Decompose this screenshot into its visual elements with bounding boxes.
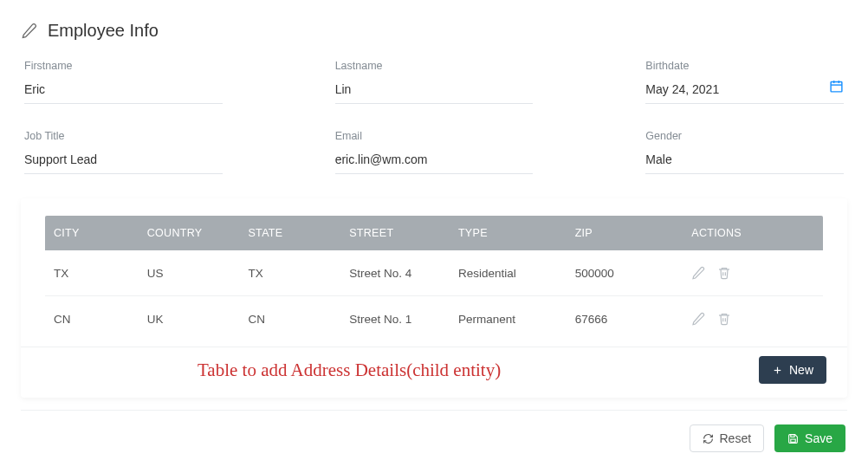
birthdate-field: Birthdate: [645, 60, 844, 104]
cell-street: Street No. 4: [340, 250, 450, 296]
th-state[interactable]: STATE: [239, 216, 340, 250]
email-input[interactable]: [335, 151, 534, 168]
edit-icon: [21, 23, 37, 39]
save-icon: [787, 433, 799, 444]
new-button-label: New: [789, 363, 813, 377]
employee-form: Firstname Lastname Birthdate: [21, 60, 847, 174]
svg-rect-0: [831, 82, 842, 92]
firstname-label: Firstname: [24, 60, 223, 72]
cell-zip: 67666: [567, 296, 683, 342]
reset-button-label: Reset: [720, 431, 752, 445]
table-annotation: Table to add Address Details(child entit…: [198, 360, 759, 381]
row-delete-icon[interactable]: [717, 312, 731, 326]
lastname-input[interactable]: [335, 81, 534, 98]
cell-type: Permanent: [450, 296, 567, 342]
jobtitle-input[interactable]: [24, 151, 223, 168]
cell-city: TX: [45, 250, 139, 296]
gender-input[interactable]: [645, 151, 844, 168]
jobtitle-label: Job Title: [24, 130, 223, 142]
save-button-label: Save: [805, 431, 832, 445]
row-delete-icon[interactable]: [717, 266, 731, 280]
cell-street: Street No. 1: [340, 296, 450, 342]
th-zip[interactable]: ZIP: [567, 216, 683, 250]
cell-city: CN: [45, 296, 139, 342]
firstname-field: Firstname: [24, 60, 223, 104]
cell-zip: 500000: [567, 250, 683, 296]
th-type[interactable]: TYPE: [450, 216, 567, 250]
birthdate-input[interactable]: [645, 81, 844, 98]
plus-icon: [772, 365, 783, 376]
address-table: CITY COUNTRY STATE STREET TYPE ZIP ACTIO…: [45, 216, 823, 341]
th-actions: ACTIONS: [683, 216, 823, 250]
cell-type: Residential: [450, 250, 567, 296]
lastname-label: Lastname: [335, 60, 534, 72]
th-country[interactable]: COUNTRY: [139, 216, 240, 250]
new-button[interactable]: New: [759, 356, 826, 384]
gender-label: Gender: [645, 130, 844, 142]
page-title: Employee Info: [48, 21, 159, 41]
email-label: Email: [335, 130, 534, 142]
cell-state: TX: [239, 250, 340, 296]
firstname-input[interactable]: [24, 81, 223, 98]
birthdate-label: Birthdate: [645, 60, 844, 72]
row-edit-icon[interactable]: [691, 312, 705, 326]
cell-country: US: [139, 250, 240, 296]
th-street[interactable]: STREET: [340, 216, 450, 250]
svg-rect-10: [791, 439, 795, 442]
save-button[interactable]: Save: [774, 424, 845, 452]
th-city[interactable]: CITY: [45, 216, 139, 250]
table-row: TX US TX Street No. 4 Residential 500000: [45, 250, 823, 296]
row-edit-icon[interactable]: [691, 266, 705, 280]
gender-field: Gender: [645, 130, 844, 174]
email-field: Email: [335, 130, 534, 174]
refresh-icon: [703, 433, 714, 444]
address-table-card: CITY COUNTRY STATE STREET TYPE ZIP ACTIO…: [21, 198, 847, 398]
jobtitle-field: Job Title: [24, 130, 223, 174]
cell-country: UK: [139, 296, 240, 342]
cell-state: CN: [239, 296, 340, 342]
footer-actions: Reset Save: [21, 410, 847, 454]
svg-rect-11: [791, 434, 794, 437]
reset-button[interactable]: Reset: [690, 424, 765, 452]
page-header: Employee Info: [21, 21, 847, 41]
lastname-field: Lastname: [335, 60, 534, 104]
calendar-icon[interactable]: [829, 79, 844, 94]
table-row: CN UK CN Street No. 1 Permanent 67666: [45, 296, 823, 342]
